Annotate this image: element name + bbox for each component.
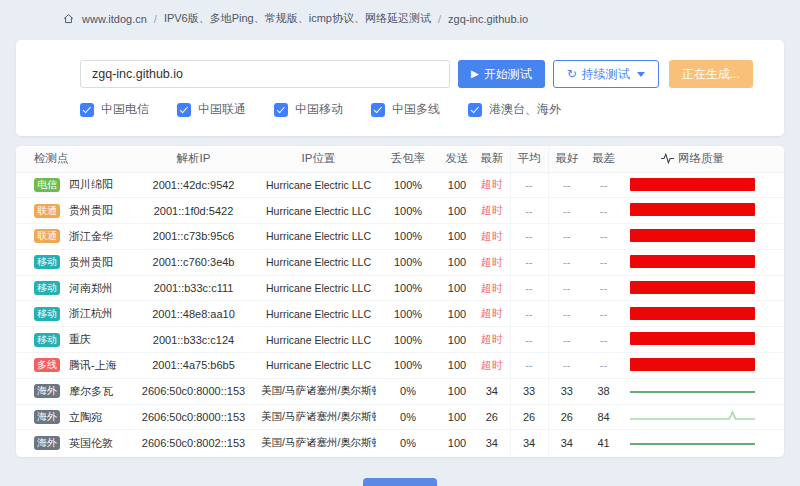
header-worst: 最差 [585, 146, 622, 172]
isp-badge: 移动 [34, 255, 60, 269]
latest-value: 超时 [474, 327, 510, 353]
ip-location: 美国/马萨诸塞州/奥尔斯顿/Fastly, Inc. [261, 404, 376, 430]
header-avg: 平均 [510, 146, 548, 172]
isp-checkbox[interactable]: 港澳台、海外 [468, 101, 561, 118]
resolved-ip: 2606:50c0:8000::153 [126, 378, 261, 404]
sent-count: 100 [440, 353, 474, 379]
isp-checkbox[interactable]: 中国移动 [274, 101, 343, 118]
isp-badge: 多线 [34, 358, 60, 372]
avg-value: -- [510, 224, 548, 250]
node-name: 腾讯-上海 [69, 359, 117, 371]
host-input[interactable] [80, 60, 450, 88]
table-row: 移动 河南郑州 2001::b33c:c111 Hurricane Electr… [16, 275, 784, 301]
header-ip: 解析IP [126, 146, 261, 172]
network-quality-graph [630, 178, 755, 194]
resolved-ip: 2001::1f0d:5422 [126, 198, 261, 224]
loss-rate: 0% [376, 378, 440, 404]
table-row: 移动 浙江杭州 2001::48e8:aa10 Hurricane Electr… [16, 301, 784, 327]
network-quality-graph [630, 358, 755, 374]
isp-checkbox[interactable]: 中国多线 [371, 101, 440, 118]
latest-value: 26 [474, 404, 510, 430]
resolved-ip: 2001::4a75:b6b5 [126, 353, 261, 379]
checkbox-label: 中国多线 [392, 101, 440, 118]
isp-badge: 移动 [34, 307, 60, 321]
isp-badge: 移动 [34, 281, 60, 295]
loss-rate: 100% [376, 353, 440, 379]
checkbox-checked-icon[interactable] [80, 103, 94, 117]
node-name: 重庆 [69, 333, 91, 345]
resolved-ip: 2001::b33c:c124 [126, 327, 261, 353]
resolved-ip: 2001::c73b:95c6 [126, 224, 261, 250]
checkbox-checked-icon[interactable] [177, 103, 191, 117]
ip-location: 美国/马萨诸塞州/奥尔斯顿/Fastly, Inc. [261, 378, 376, 404]
worst-value: -- [585, 224, 622, 250]
avg-value: -- [510, 353, 548, 379]
isp-badge: 海外 [34, 384, 60, 398]
header-quality: 网络质量 [622, 146, 784, 172]
avg-value: 34 [510, 430, 548, 456]
generating-button[interactable]: 正在生成... [669, 60, 753, 88]
input-row: ▶ 开始测试 ↻ 持续测试 正在生成... [80, 60, 784, 88]
ip-location: Hurricane Electric LLC [261, 249, 376, 275]
checkbox-label: 中国移动 [295, 101, 343, 118]
ip-location: Hurricane Electric LLC [261, 172, 376, 198]
loss-rate: 100% [376, 249, 440, 275]
loss-rate: 0% [376, 430, 440, 456]
ip-location: Hurricane Electric LLC [261, 327, 376, 353]
ip-location: 美国/马萨诸塞州/奥尔斯顿/Fastly, Inc. [261, 430, 376, 456]
pulse-icon [661, 153, 674, 164]
isp-badge: 联通 [34, 204, 60, 218]
avg-value: 26 [510, 404, 548, 430]
latest-value: 34 [474, 378, 510, 404]
start-test-button[interactable]: ▶ 开始测试 [458, 60, 545, 88]
header-quality-label: 网络质量 [678, 152, 724, 164]
ip-location: Hurricane Electric LLC [261, 198, 376, 224]
generating-label: 正在生成... [682, 66, 740, 83]
node-name: 四川绵阳 [69, 178, 113, 190]
worst-value: -- [585, 353, 622, 379]
isp-checkbox[interactable]: 中国联通 [177, 101, 246, 118]
resolved-ip: 2001::48e8:aa10 [126, 301, 261, 327]
loss-rate: 100% [376, 172, 440, 198]
latest-value: 超时 [474, 249, 510, 275]
continuous-test-label: 持续测试 [582, 66, 630, 83]
isp-checkbox[interactable]: 中国电信 [80, 101, 149, 118]
sent-count: 100 [440, 404, 474, 430]
table-row: 联通 贵州贵阳 2001::1f0d:5422 Hurricane Electr… [16, 198, 784, 224]
continuous-test-button[interactable]: ↻ 持续测试 [553, 60, 659, 88]
bottom-blue-bar[interactable] [363, 478, 437, 486]
resolved-ip: 2001::b33c:c111 [126, 275, 261, 301]
table-row: 联通 浙江金华 2001::c73b:95c6 Hurricane Electr… [16, 224, 784, 250]
latest-value: 超时 [474, 301, 510, 327]
table-row: 多线 腾讯-上海 2001::4a75:b6b5 Hurricane Elect… [16, 353, 784, 379]
isp-badge: 海外 [34, 436, 60, 450]
latest-value: 34 [474, 430, 510, 456]
worst-value: 84 [585, 404, 622, 430]
loss-rate: 100% [376, 224, 440, 250]
worst-value: -- [585, 327, 622, 353]
caret-down-icon [637, 72, 645, 77]
checkbox-checked-icon[interactable] [274, 103, 288, 117]
worst-value: 38 [585, 378, 622, 404]
worst-value: 41 [585, 430, 622, 456]
header-loss: 丢包率 [376, 146, 440, 172]
node-name: 英国伦敦 [69, 437, 113, 449]
best-value: 26 [548, 404, 585, 430]
isp-badge: 联通 [34, 229, 60, 243]
breadcrumb-target[interactable]: zgq-inc.github.io [448, 13, 528, 25]
checkbox-checked-icon[interactable] [371, 103, 385, 117]
node-name: 浙江杭州 [69, 307, 113, 319]
breadcrumb-site[interactable]: www.itdog.cn [82, 13, 147, 25]
isp-badge: 移动 [34, 333, 60, 347]
node-name: 摩尔多瓦 [69, 385, 113, 397]
avg-value: 33 [510, 378, 548, 404]
test-control-card: ▶ 开始测试 ↻ 持续测试 正在生成... 中国电信 中国联通 中国移动 中国多… [16, 40, 784, 136]
worst-value: -- [585, 275, 622, 301]
table-body: 电信 四川绵阳 2001::42dc:9542 Hurricane Electr… [16, 172, 784, 456]
table-row: 海外 英国伦敦 2606:50c0:8002::153 美国/马萨诸塞州/奥尔斯… [16, 430, 784, 456]
best-value: 33 [548, 378, 585, 404]
isp-badge: 电信 [34, 178, 60, 192]
header-latest: 最新 [474, 146, 510, 172]
best-value: -- [548, 224, 585, 250]
checkbox-checked-icon[interactable] [468, 103, 482, 117]
